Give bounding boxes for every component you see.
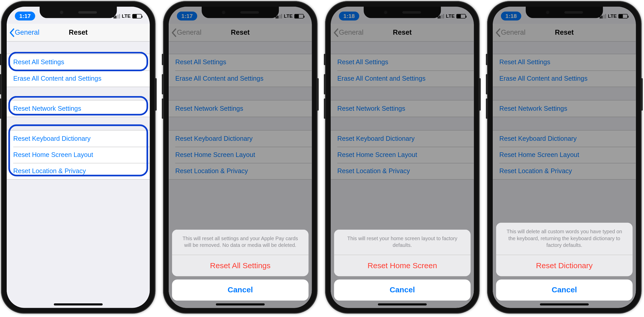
home-indicator[interactable] [216,303,265,305]
back-button[interactable]: General [9,28,40,37]
reset-home-screen-row[interactable]: Reset Home Screen Layout [7,147,150,163]
nav-bar: General Reset [7,24,150,42]
confirm-reset-button[interactable]: Reset All Settings [172,255,309,276]
cancel-button[interactable]: Cancel [496,279,633,301]
confirm-reset-button[interactable]: Reset Home Screen [334,255,471,276]
home-indicator[interactable] [540,303,589,305]
sheet-message: This will reset all settings and your Ap… [172,230,309,255]
reset-all-settings-row[interactable]: Reset All Settings [7,54,150,70]
page-title: Reset [69,29,88,37]
reset-network-row[interactable]: Reset Network Settings [7,100,150,117]
back-label: General [15,29,40,37]
confirm-reset-button[interactable]: Reset Dictionary [496,255,633,276]
reset-location-row[interactable]: Reset Location & Privacy [7,163,150,179]
action-sheet: This will reset your home screen layout … [334,230,471,301]
reset-keyboard-row[interactable]: Reset Keyboard Dictionary [7,130,150,147]
carrier-label: LTE [122,13,131,19]
action-sheet: This will delete all custom words you ha… [496,223,633,301]
erase-all-content-row[interactable]: Erase All Content and Settings [7,70,150,87]
home-indicator[interactable] [54,303,103,305]
sheet-message: This will delete all custom words you ha… [496,223,633,255]
chevron-left-icon [9,28,15,37]
cancel-button[interactable]: Cancel [334,279,471,301]
status-time: 1:17 [15,12,35,21]
home-indicator[interactable] [378,303,427,305]
sheet-message: This will reset your home screen layout … [334,230,471,255]
action-sheet: This will reset all settings and your Ap… [172,230,309,301]
cancel-button[interactable]: Cancel [172,279,309,301]
battery-icon [132,14,141,18]
